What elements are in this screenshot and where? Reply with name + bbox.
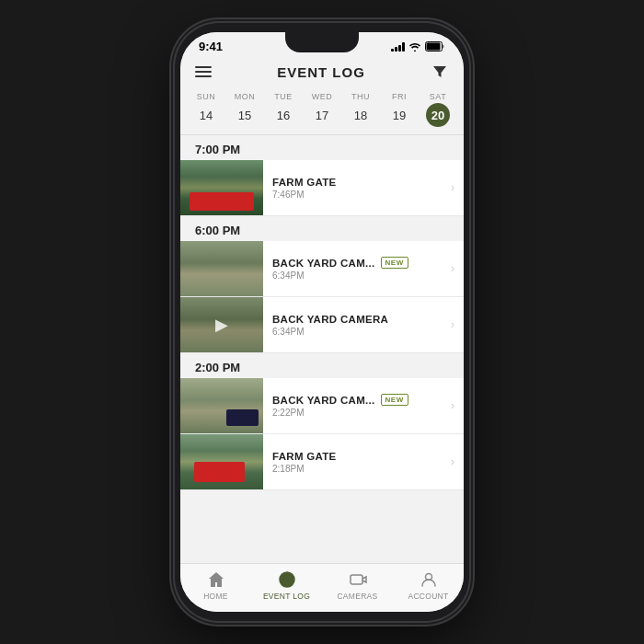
home-nav-icon	[206, 569, 226, 590]
calendar-strip: SUN 14 MON 15 TUE 16 WED 17 THU 18 FRI 1…	[180, 88, 464, 135]
event-name: BACK YARD CAM...	[272, 258, 375, 269]
event-name-row: FARM GATE	[272, 451, 442, 462]
cal-day-num: 16	[271, 103, 295, 127]
event-time: 6:34PM	[272, 327, 442, 337]
event-info: BACK YARD CAMERA 6:34PM	[263, 305, 451, 346]
filter-icon[interactable]	[431, 63, 449, 81]
chevron-right-icon: ›	[451, 262, 464, 275]
event-item[interactable]: FARM GATE 7:46PM ›	[180, 160, 464, 216]
event-time: 6:34PM	[272, 270, 442, 281]
cal-day-name: THU	[351, 92, 370, 101]
new-badge: NEW	[381, 257, 408, 269]
cal-day-name: FRI	[392, 92, 407, 101]
cal-day-num: 15	[233, 103, 257, 127]
nav-label-cameras: CAMERAS	[337, 592, 377, 601]
chevron-right-icon: ›	[451, 318, 464, 331]
event-thumbnail	[180, 378, 263, 433]
event-log-nav-icon	[277, 569, 297, 590]
time-header: 6:00 PM	[180, 216, 464, 241]
cameras-nav-icon	[348, 569, 368, 590]
time-header: 2:00 PM	[180, 353, 464, 378]
nav-item-cameras[interactable]: CAMERAS	[332, 569, 383, 601]
new-badge: NEW	[381, 394, 408, 406]
event-info: FARM GATE 7:46PM	[263, 167, 451, 209]
cal-day-name: SUN	[197, 92, 216, 101]
bottom-nav: HOME EVENT LOG CAMERAS ACCOUNT	[180, 563, 464, 612]
event-info: BACK YARD CAM... NEW 6:34PM	[263, 247, 451, 290]
event-item[interactable]: BACK YARD CAM... NEW 2:22PM ›	[180, 378, 464, 434]
cal-day-name: MON	[235, 92, 256, 101]
calendar-day-16[interactable]: TUE 16	[269, 92, 298, 127]
event-item[interactable]: BACK YARD CAMERA 6:34PM ›	[180, 297, 464, 353]
cal-day-num: 20	[426, 103, 450, 127]
cal-day-num: 14	[194, 103, 218, 127]
nav-label-event-log: EVENT LOG	[263, 592, 310, 601]
calendar-day-18[interactable]: THU 18	[346, 92, 375, 127]
calendar-day-14[interactable]: SUN 14	[191, 92, 221, 127]
event-thumbnail	[180, 241, 263, 296]
event-name: FARM GATE	[272, 177, 337, 188]
event-name-row: BACK YARD CAM... NEW	[272, 257, 442, 269]
event-info: FARM GATE 2:18PM	[263, 442, 451, 483]
event-name: FARM GATE	[272, 451, 337, 462]
cal-day-name: TUE	[274, 92, 293, 101]
chevron-right-icon: ›	[451, 399, 464, 412]
nav-item-account[interactable]: ACCOUNT	[403, 569, 454, 601]
chevron-right-icon: ›	[451, 455, 464, 468]
event-time: 7:46PM	[272, 190, 442, 200]
event-name: BACK YARD CAMERA	[272, 314, 388, 325]
calendar-day-15[interactable]: MON 15	[230, 92, 259, 127]
event-thumbnail	[180, 297, 263, 352]
event-time: 2:22PM	[272, 408, 442, 418]
cal-day-num: 19	[387, 103, 411, 127]
nav-item-home[interactable]: HOME	[190, 569, 241, 601]
calendar-day-20[interactable]: SAT 20	[423, 92, 453, 127]
event-name: BACK YARD CAM...	[272, 395, 375, 406]
cal-day-name: WED	[312, 92, 333, 101]
calendar-day-19[interactable]: FRI 19	[385, 92, 414, 127]
cal-day-num: 18	[349, 103, 373, 127]
event-thumbnail	[180, 160, 263, 215]
notch	[285, 32, 359, 52]
battery-icon	[425, 41, 445, 52]
event-name-row: FARM GATE	[272, 177, 442, 188]
event-info: BACK YARD CAM... NEW 2:22PM	[263, 385, 451, 427]
status-icons	[391, 41, 445, 52]
event-item[interactable]: BACK YARD CAM... NEW 6:34PM ›	[180, 241, 464, 297]
page-title: EVENT LOG	[277, 64, 365, 80]
cal-day-num: 17	[310, 103, 334, 127]
nav-label-home: HOME	[203, 592, 228, 601]
menu-icon[interactable]	[195, 66, 212, 77]
phone-frame: 9:41	[175, 23, 469, 621]
event-name-row: BACK YARD CAMERA	[272, 314, 442, 325]
event-scroll[interactable]: 7:00 PM FARM GATE 7:46PM › 6:00 PM BACK …	[180, 135, 464, 563]
event-thumbnail	[180, 434, 263, 489]
svg-rect-1	[427, 43, 441, 51]
event-item[interactable]: FARM GATE 2:18PM ›	[180, 434, 464, 490]
event-name-row: BACK YARD CAM... NEW	[272, 394, 442, 406]
signal-icon	[391, 42, 405, 52]
nav-label-account: ACCOUNT	[408, 592, 448, 601]
phone-screen: 9:41	[180, 32, 464, 612]
time-header: 7:00 PM	[180, 135, 464, 160]
wifi-icon	[408, 42, 421, 52]
chevron-right-icon: ›	[451, 181, 464, 194]
svg-rect-3	[351, 575, 362, 584]
event-time: 2:18PM	[272, 464, 442, 474]
nav-item-event-log[interactable]: EVENT LOG	[261, 569, 312, 601]
app-header: EVENT LOG	[180, 57, 464, 88]
account-nav-icon	[419, 569, 439, 590]
cal-day-name: SAT	[430, 92, 446, 101]
status-time: 9:41	[199, 40, 223, 53]
calendar-day-17[interactable]: WED 17	[307, 92, 337, 127]
